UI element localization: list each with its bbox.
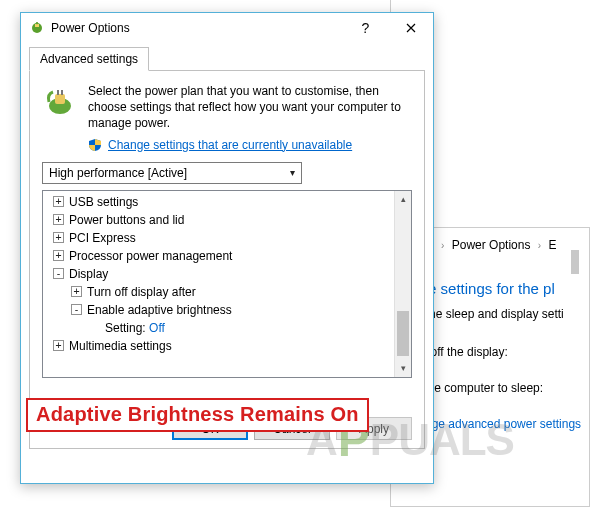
tree-node-power-buttons-and-lid[interactable]: +Power buttons and lid: [43, 211, 411, 229]
collapse-icon[interactable]: -: [53, 268, 64, 279]
svg-rect-4: [57, 90, 59, 95]
svg-rect-5: [61, 90, 63, 95]
link-change-unavailable-settings[interactable]: Change settings that are currently unava…: [108, 138, 352, 152]
dialog-title: Power Options: [51, 21, 343, 35]
scroll-down-button[interactable]: ▾: [395, 360, 411, 377]
setting-value[interactable]: Off: [149, 319, 165, 337]
power-plan-icon: [42, 83, 78, 119]
chevron-right-icon: ›: [441, 240, 444, 251]
scrollbar-thumb[interactable]: [571, 250, 579, 274]
settings-tree: +USB settings +Power buttons and lid +PC…: [42, 190, 412, 378]
annotation-banner: Adaptive Brightness Remains On: [26, 398, 369, 432]
help-button[interactable]: ?: [343, 13, 388, 43]
tab-content: Select the power plan that you want to c…: [29, 71, 425, 449]
scrollbar[interactable]: ▴ ▾: [394, 191, 411, 377]
titlebar: Power Options ?: [21, 13, 433, 43]
breadcrumb-seg: Power Options: [452, 238, 531, 252]
expand-icon[interactable]: +: [71, 286, 82, 297]
tree-node-processor-power-management[interactable]: +Processor power management: [43, 247, 411, 265]
tree-node-usb-settings[interactable]: +USB settings: [43, 193, 411, 211]
tab-strip: Advanced settings: [21, 43, 433, 71]
power-plan-select-value: High performance [Active]: [49, 166, 288, 180]
tree-node-turn-off-display-after[interactable]: +Turn off display after: [43, 283, 411, 301]
chevron-right-icon: ›: [538, 240, 541, 251]
close-button[interactable]: [388, 13, 433, 43]
tree-node-display[interactable]: -Display: [43, 265, 411, 283]
scroll-up-button[interactable]: ▴: [395, 191, 411, 208]
tree-node-multimedia-settings[interactable]: +Multimedia settings: [43, 337, 411, 355]
svg-rect-3: [55, 94, 65, 104]
power-plan-select[interactable]: High performance [Active] ▾: [42, 162, 302, 184]
tree-node-setting-value[interactable]: Setting: Off: [43, 319, 411, 337]
expand-icon[interactable]: +: [53, 214, 64, 225]
breadcrumb-seg: E: [548, 238, 556, 252]
expand-icon[interactable]: +: [53, 340, 64, 351]
expand-icon[interactable]: +: [53, 232, 64, 243]
uac-shield-icon: [88, 138, 102, 152]
expand-icon[interactable]: +: [53, 250, 64, 261]
collapse-icon[interactable]: -: [71, 304, 82, 315]
scrollbar-thumb[interactable]: [397, 311, 409, 356]
tab-advanced-settings[interactable]: Advanced settings: [29, 47, 149, 71]
tree-node-enable-adaptive-brightness[interactable]: -Enable adaptive brightness: [43, 301, 411, 319]
dropdown-arrow-icon: ▾: [288, 167, 297, 178]
tree-node-pci-express[interactable]: +PCI Express: [43, 229, 411, 247]
intro-text: Select the power plan that you want to c…: [88, 83, 412, 132]
expand-icon[interactable]: +: [53, 196, 64, 207]
power-options-icon: [29, 20, 45, 36]
